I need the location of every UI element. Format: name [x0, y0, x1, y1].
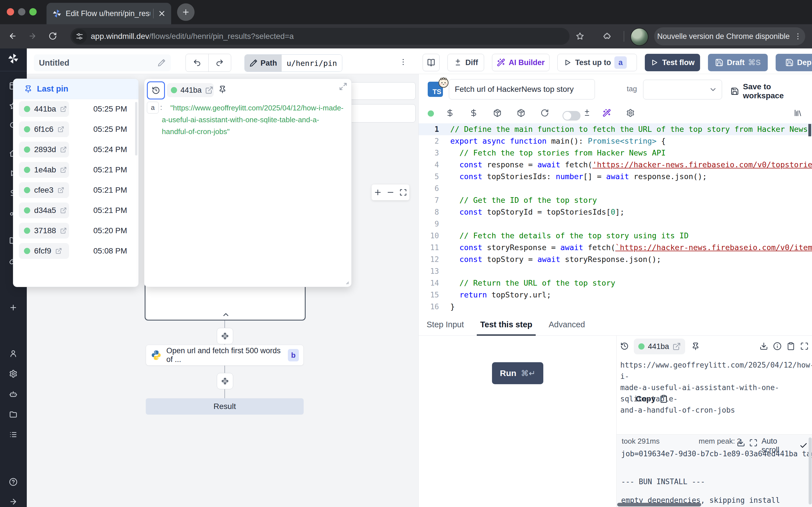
- sidebar-item-folders[interactable]: [9, 410, 17, 420]
- package-icon[interactable]: [517, 109, 525, 117]
- forward-icon[interactable]: [28, 32, 37, 40]
- code-line[interactable]: 4 const response = await fetch('https://…: [419, 159, 812, 171]
- reset-icon[interactable]: [541, 109, 549, 117]
- info-icon[interactable]: [773, 342, 781, 350]
- close-tab-icon[interactable]: [158, 9, 166, 18]
- profile-avatar[interactable]: [630, 28, 649, 46]
- result-value[interactable]: "https://www.geoffreylitt.com/2025/04/12…: [162, 102, 345, 137]
- deploy-button[interactable]: Deploy: [776, 54, 812, 71]
- reload-icon[interactable]: [49, 32, 57, 40]
- run-id-chip[interactable]: 441ba: [634, 339, 685, 354]
- download-icon[interactable]: [760, 342, 768, 350]
- test-up-to-button[interactable]: Test up to a: [557, 54, 637, 71]
- maximize-icon[interactable]: [800, 342, 809, 350]
- code-line[interactable]: 2export async function main(): Promise<s…: [419, 135, 812, 147]
- sidebar-item-settings[interactable]: [9, 370, 17, 379]
- code-line[interactable]: 9: [419, 218, 812, 230]
- code-line[interactable]: 15 return topStory.url;: [419, 289, 812, 301]
- external-link-icon[interactable]: [57, 126, 64, 133]
- docs-button[interactable]: [423, 54, 440, 71]
- fit-view-icon[interactable]: [399, 188, 407, 196]
- history-icon[interactable]: [620, 342, 629, 350]
- path-control[interactable]: Path u/henri/pin: [245, 54, 342, 72]
- library-icon[interactable]: [794, 109, 802, 117]
- tab-advanced[interactable]: Advanced: [549, 314, 585, 336]
- redo-button[interactable]: [209, 54, 231, 71]
- external-link-icon[interactable]: [60, 146, 67, 153]
- sidebar-add-icon[interactable]: [9, 303, 17, 313]
- zoom-window-button[interactable]: [29, 8, 37, 15]
- history-button[interactable]: [147, 81, 165, 100]
- code-line[interactable]: 5 const topStoriesIds: number[] = await …: [419, 171, 812, 182]
- pin-icon[interactable]: [691, 342, 700, 350]
- edit-name-icon[interactable]: [157, 59, 166, 67]
- path-value[interactable]: u/henri/pin: [282, 55, 342, 71]
- result-node[interactable]: Result: [146, 398, 304, 414]
- browser-menu-icon[interactable]: [794, 32, 802, 41]
- site-settings-icon[interactable]: [72, 29, 87, 44]
- new-tab-button[interactable]: [177, 3, 195, 21]
- windmill-logo-icon[interactable]: [7, 53, 19, 66]
- code-line[interactable]: 13: [419, 265, 812, 277]
- close-window-button[interactable]: [7, 8, 14, 15]
- external-link-icon[interactable]: [60, 227, 67, 234]
- code-line[interactable]: 10 // Fetch the details of the top story…: [419, 230, 812, 242]
- external-link-icon[interactable]: [55, 247, 62, 255]
- download-logs-icon[interactable]: [737, 439, 745, 447]
- copy-button[interactable]: Copy: [636, 394, 668, 403]
- extensions-icon[interactable]: [603, 32, 611, 40]
- add-step-button[interactable]: [217, 328, 233, 344]
- tag-select[interactable]: [643, 80, 722, 100]
- code-line[interactable]: 3 // Fetch the top stories from Hacker N…: [419, 147, 812, 159]
- tab-test-this-step[interactable]: Test this step: [480, 314, 532, 336]
- code-line[interactable]: 6: [419, 182, 812, 194]
- editor-toggle[interactable]: [562, 111, 580, 121]
- minimize-window-button[interactable]: [18, 8, 26, 15]
- run-id-chip[interactable]: 441ba: [167, 83, 214, 97]
- pin-chip[interactable]: cfee3: [19, 182, 69, 198]
- pin-chip[interactable]: 6fcf9: [19, 243, 69, 259]
- code-line[interactable]: 1// Define the main function to fetch th…: [419, 123, 812, 135]
- pin-chip[interactable]: 1e4ab: [19, 162, 69, 178]
- code-editor[interactable]: 1// Define the main function to fetch th…: [419, 123, 812, 314]
- diff-icon[interactable]: [583, 109, 591, 117]
- package-icon[interactable]: [493, 109, 502, 117]
- zoom-out-icon[interactable]: [386, 188, 395, 196]
- pin-chip[interactable]: d34a5: [19, 203, 69, 218]
- step-node-b[interactable]: Open url and fetch first 500 words of ..…: [146, 345, 304, 365]
- chrome-update-button[interactable]: Nouvelle version de Chrome disponible: [654, 27, 805, 45]
- external-link-icon[interactable]: [60, 106, 67, 112]
- sidebar-item-workers[interactable]: [9, 390, 17, 399]
- address-bar[interactable]: app.windmill.dev/flows/edit/u/henri/pin_…: [70, 28, 569, 45]
- sidebar-item-users[interactable]: [9, 349, 17, 359]
- log-hscrollbar[interactable]: [617, 503, 701, 506]
- resources-icon[interactable]: [469, 109, 478, 117]
- draft-button[interactable]: Draft ⌘S: [708, 54, 768, 71]
- collapse-node-button[interactable]: [214, 311, 238, 319]
- save-to-workspace-button[interactable]: Save to workspace: [730, 82, 812, 100]
- diff-button[interactable]: Diff: [448, 54, 484, 71]
- step-title-input[interactable]: [449, 79, 595, 100]
- code-line[interactable]: 7 // Get the ID of the top story: [419, 194, 812, 206]
- tab-step-input[interactable]: Step Input: [426, 314, 464, 336]
- sidebar-item-help[interactable]: [9, 478, 17, 487]
- pin-chip[interactable]: 2893d: [19, 142, 69, 158]
- expand-logs-icon[interactable]: [749, 439, 758, 447]
- external-link-icon[interactable]: [672, 342, 681, 351]
- run-button[interactable]: Run ⌘↵: [492, 362, 543, 384]
- ai-assist-icon[interactable]: [603, 109, 611, 117]
- browser-tab[interactable]: Edit Flow u/henri/pin_results: [47, 3, 171, 24]
- bookmark-star-icon[interactable]: [576, 32, 584, 40]
- external-link-icon[interactable]: [57, 187, 64, 193]
- zoom-in-icon[interactable]: [373, 188, 382, 196]
- pin-list-scrollbar[interactable]: [135, 102, 137, 156]
- undo-button[interactable]: [186, 54, 209, 71]
- resize-grip-icon[interactable]: [343, 279, 350, 285]
- external-link-icon[interactable]: [60, 166, 67, 173]
- pin-chip[interactable]: 37188: [19, 223, 69, 238]
- ai-builder-button[interactable]: AI Builder: [492, 54, 550, 71]
- expand-icon[interactable]: [339, 82, 347, 91]
- more-options-icon[interactable]: [399, 58, 407, 66]
- external-link-icon[interactable]: [60, 207, 67, 214]
- test-flow-button[interactable]: Test flow: [645, 54, 700, 71]
